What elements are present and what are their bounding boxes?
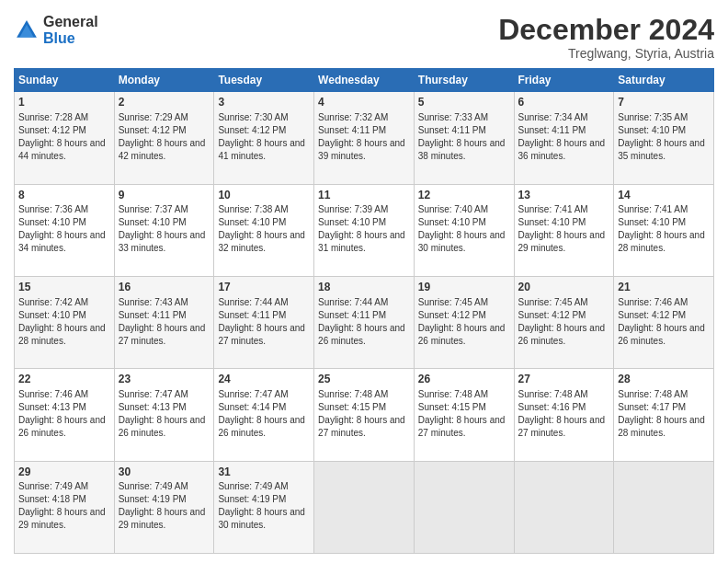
calendar-cell: 18Sunrise: 7:44 AMSunset: 4:11 PMDayligh…: [314, 276, 415, 368]
daylight-text: Daylight: 8 hours and 27 minutes.: [418, 415, 506, 438]
sunrise-text: Sunrise: 7:35 AM: [618, 112, 688, 122]
sunrise-text: Sunrise: 7:28 AM: [18, 112, 88, 122]
day-number: 14: [618, 188, 710, 203]
day-number: 4: [318, 95, 410, 110]
day-number: 6: [518, 95, 610, 110]
sunrise-text: Sunrise: 7:41 AM: [618, 204, 688, 214]
calendar-cell: 15Sunrise: 7:42 AMSunset: 4:10 PMDayligh…: [15, 276, 115, 368]
sunset-text: Sunset: 4:10 PM: [318, 217, 386, 227]
day-number: 25: [318, 372, 410, 387]
day-number: 9: [119, 188, 210, 203]
sunset-text: Sunset: 4:11 PM: [318, 125, 386, 135]
sunset-text: Sunset: 4:12 PM: [18, 125, 86, 135]
sunrise-text: Sunrise: 7:48 AM: [418, 389, 488, 399]
day-number: 8: [18, 188, 110, 203]
sunrise-text: Sunrise: 7:48 AM: [518, 389, 588, 399]
day-number: 22: [18, 372, 110, 387]
daylight-text: Daylight: 8 hours and 26 minutes.: [218, 415, 305, 438]
page: General Blue December 2024 Treglwang, St…: [0, 0, 728, 563]
sunrise-text: Sunrise: 7:30 AM: [218, 112, 288, 122]
sunrise-text: Sunrise: 7:34 AM: [518, 112, 588, 122]
calendar-header-row: Sunday Monday Tuesday Wednesday Thursday…: [15, 69, 714, 92]
calendar-cell: 24Sunrise: 7:47 AMSunset: 4:14 PMDayligh…: [214, 369, 314, 461]
calendar-cell: 4Sunrise: 7:32 AMSunset: 4:11 PMDaylight…: [314, 92, 415, 184]
sunrise-text: Sunrise: 7:41 AM: [518, 204, 588, 214]
sunset-text: Sunset: 4:13 PM: [18, 402, 86, 412]
daylight-text: Daylight: 8 hours and 39 minutes.: [318, 138, 405, 161]
col-sunday: Sunday: [15, 69, 115, 92]
calendar-cell: 31Sunrise: 7:49 AMSunset: 4:19 PMDayligh…: [214, 461, 314, 553]
calendar-cell: 7Sunrise: 7:35 AMSunset: 4:10 PMDaylight…: [614, 92, 714, 184]
sunset-text: Sunset: 4:10 PM: [18, 217, 86, 227]
day-number: 30: [119, 465, 210, 480]
day-number: 18: [318, 280, 410, 295]
calendar-cell: 9Sunrise: 7:37 AMSunset: 4:10 PMDaylight…: [114, 184, 214, 276]
day-number: 13: [518, 188, 610, 203]
daylight-text: Daylight: 8 hours and 26 minutes.: [318, 323, 405, 346]
daylight-text: Daylight: 8 hours and 27 minutes.: [518, 415, 606, 438]
sunset-text: Sunset: 4:12 PM: [518, 310, 586, 320]
daylight-text: Daylight: 8 hours and 26 minutes.: [518, 323, 606, 346]
day-number: 2: [119, 95, 210, 110]
daylight-text: Daylight: 8 hours and 28 minutes.: [618, 230, 705, 253]
daylight-text: Daylight: 8 hours and 26 minutes.: [18, 415, 106, 438]
sunset-text: Sunset: 4:19 PM: [119, 494, 187, 504]
sunset-text: Sunset: 4:11 PM: [318, 310, 386, 320]
sunset-text: Sunset: 4:10 PM: [518, 217, 586, 227]
daylight-text: Daylight: 8 hours and 27 minutes.: [119, 323, 206, 346]
sunrise-text: Sunrise: 7:45 AM: [518, 297, 588, 307]
day-number: 21: [618, 280, 710, 295]
daylight-text: Daylight: 8 hours and 27 minutes.: [318, 415, 405, 438]
day-number: 7: [618, 95, 710, 110]
sunrise-text: Sunrise: 7:49 AM: [18, 481, 88, 491]
sunrise-text: Sunrise: 7:32 AM: [318, 112, 388, 122]
daylight-text: Daylight: 8 hours and 34 minutes.: [18, 230, 106, 253]
daylight-text: Daylight: 8 hours and 26 minutes.: [119, 415, 206, 438]
sunset-text: Sunset: 4:10 PM: [418, 217, 486, 227]
day-number: 26: [418, 372, 510, 387]
calendar-table: Sunday Monday Tuesday Wednesday Thursday…: [14, 68, 714, 554]
sunrise-text: Sunrise: 7:37 AM: [119, 204, 188, 214]
calendar-week-row: 1Sunrise: 7:28 AMSunset: 4:12 PMDaylight…: [15, 92, 714, 184]
calendar-cell: [314, 461, 415, 553]
day-number: 28: [618, 372, 710, 387]
day-number: 31: [218, 465, 310, 480]
calendar-week-row: 15Sunrise: 7:42 AMSunset: 4:10 PMDayligh…: [15, 276, 714, 368]
sunrise-text: Sunrise: 7:39 AM: [318, 204, 388, 214]
sunset-text: Sunset: 4:15 PM: [418, 402, 486, 412]
calendar-cell: 23Sunrise: 7:47 AMSunset: 4:13 PMDayligh…: [114, 369, 214, 461]
daylight-text: Daylight: 8 hours and 30 minutes.: [218, 507, 305, 530]
calendar-cell: 3Sunrise: 7:30 AMSunset: 4:12 PMDaylight…: [214, 92, 314, 184]
daylight-text: Daylight: 8 hours and 28 minutes.: [618, 415, 705, 438]
calendar-cell: 27Sunrise: 7:48 AMSunset: 4:16 PMDayligh…: [514, 369, 614, 461]
sunrise-text: Sunrise: 7:48 AM: [318, 389, 388, 399]
daylight-text: Daylight: 8 hours and 27 minutes.: [218, 323, 305, 346]
calendar-cell: [414, 461, 514, 553]
calendar-cell: 2Sunrise: 7:29 AMSunset: 4:12 PMDaylight…: [114, 92, 214, 184]
sunset-text: Sunset: 4:12 PM: [119, 125, 187, 135]
day-number: 23: [119, 372, 210, 387]
calendar-cell: [614, 461, 714, 553]
sunset-text: Sunset: 4:11 PM: [518, 125, 586, 135]
sunset-text: Sunset: 4:11 PM: [119, 310, 187, 320]
daylight-text: Daylight: 8 hours and 29 minutes.: [18, 507, 106, 530]
calendar-week-row: 8Sunrise: 7:36 AMSunset: 4:10 PMDaylight…: [15, 184, 714, 276]
day-number: 5: [418, 95, 510, 110]
col-friday: Friday: [514, 69, 614, 92]
header: General Blue December 2024 Treglwang, St…: [14, 14, 714, 61]
sunrise-text: Sunrise: 7:36 AM: [18, 204, 88, 214]
sunrise-text: Sunrise: 7:44 AM: [318, 297, 388, 307]
daylight-text: Daylight: 8 hours and 42 minutes.: [119, 138, 206, 161]
sunset-text: Sunset: 4:11 PM: [418, 125, 486, 135]
calendar-week-row: 22Sunrise: 7:46 AMSunset: 4:13 PMDayligh…: [15, 369, 714, 461]
col-saturday: Saturday: [614, 69, 714, 92]
day-number: 11: [318, 188, 410, 203]
sunset-text: Sunset: 4:12 PM: [218, 125, 286, 135]
sunrise-text: Sunrise: 7:40 AM: [418, 204, 488, 214]
col-thursday: Thursday: [414, 69, 514, 92]
day-number: 3: [218, 95, 310, 110]
day-number: 17: [218, 280, 310, 295]
daylight-text: Daylight: 8 hours and 26 minutes.: [618, 323, 705, 346]
daylight-text: Daylight: 8 hours and 28 minutes.: [18, 323, 106, 346]
daylight-text: Daylight: 8 hours and 32 minutes.: [218, 230, 305, 253]
